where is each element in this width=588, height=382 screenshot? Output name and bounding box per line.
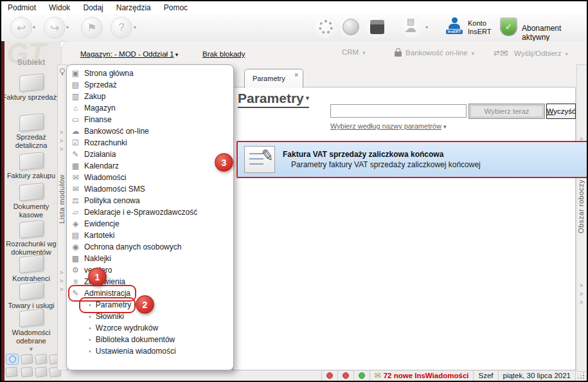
help-icon[interactable]: ? [111, 17, 132, 39]
result-title: Faktura VAT sprzedaży zaliczkowa końcowa [283, 149, 481, 159]
tree-item-polityka-cenowa[interactable]: ⚖Polityka cenowa [71, 195, 140, 206]
sidebar-item-faktury-sprzedazy[interactable]: Faktury sprzedaży [1, 75, 61, 102]
back-dropdown-icon[interactable] [33, 24, 35, 30]
sidebar-mini-icon[interactable] [35, 354, 47, 365]
wybierz-teraz-button[interactable]: Wybierz teraz [468, 104, 545, 119]
tree-item-ustawienia-wiadomosci[interactable]: Ustawienia wiadomości [89, 345, 176, 357]
settlements-icon [19, 220, 44, 239]
sidebar-item-kontrahenci[interactable]: Kontrahenci [1, 256, 61, 283]
annotation-step-1-badge: 1 [88, 268, 107, 286]
blokada-link[interactable]: Brak blokady [202, 50, 245, 58]
tab-parametry[interactable]: Parametry [244, 69, 303, 88]
status-dot-green[interactable] [353, 370, 370, 381]
magazyn-selector-link[interactable]: Magazyn: - MOD - Oddział 1 [80, 50, 178, 58]
tree-item-wzorce-wydrukow[interactable]: Wzorce wydruków [89, 322, 158, 334]
menu-dodaj[interactable]: Dodaj [76, 3, 109, 12]
tree-item-strona-glowna[interactable]: ▣Strona główna [71, 68, 134, 79]
tree-item-kartoteki[interactable]: ▤Kartoteki [71, 230, 114, 241]
obszar-roboczy-strip[interactable]: Obszar roboczy [576, 64, 588, 372]
annotation-step-2-badge: 2 [136, 295, 154, 314]
tree-item-rozrachunki[interactable]: ☑Rozrachunki [71, 137, 127, 149]
menu-narzedzia[interactable]: Narzędzia [110, 3, 157, 12]
chevron-right-icon [60, 278, 63, 284]
warehouse-icon: ⌂ [71, 104, 80, 113]
sidebar-more-chevron-icon[interactable] [1, 346, 61, 352]
help-dropdown-icon[interactable] [134, 24, 136, 30]
sidebar-item-wiadomosci-odebrane[interactable]: Wiadomości odebrane [1, 310, 61, 345]
cloud-sync-icon[interactable] [401, 16, 423, 38]
filter-by-name-link[interactable]: Wybierz według nazwy parametrów [330, 122, 446, 130]
inswiadomosci-link[interactable]: 72 nowe InsWiadomości [370, 370, 474, 381]
bullet-icon [89, 324, 91, 332]
tree-item-naklejki[interactable]: ▩Naklejki [71, 253, 111, 264]
wyslij-dropdown-icon [565, 50, 568, 57]
cloud-dropdown-icon[interactable] [425, 24, 428, 30]
obszar-roboczy-label: Obszar roboczy [577, 179, 587, 233]
sidebar-item-sprzedaz-detaliczna[interactable]: Sprzedaż detaliczna [1, 114, 61, 149]
result-subtitle: Parametry faktury VAT sprzedaży zaliczko… [283, 159, 481, 170]
records-icon: ◈ [71, 219, 80, 228]
sidebar-item-rozrachunki[interactable]: Rozrachunki wg dokumentów [1, 221, 61, 256]
tree-item-sprzedaz[interactable]: ▤Sprzedaż [71, 79, 117, 91]
tree-item-ochrona-danych[interactable]: ◉Ochrona danych osobowych [71, 241, 181, 253]
tree-item-deklaracje[interactable]: ▱Deklaracje i e-Sprawozdawczość [71, 206, 197, 218]
loading-dots-icon[interactable] [315, 16, 337, 38]
wyslij-odbierz-button[interactable]: Wyślij/Odbierz [495, 48, 568, 59]
tree-item-wiadomosci[interactable]: ✉Wiadomości [71, 172, 126, 183]
sms-envelope-icon: ✉ [71, 185, 80, 194]
forward-icon[interactable]: ↪ [44, 17, 66, 39]
tree-item-zakup[interactable]: ▥Zakup [71, 91, 105, 102]
sidebar-item-dokumenty-kasowe[interactable]: Dokumenty kasowe [1, 184, 61, 219]
abonament-status-label: Abonament aktywny [522, 24, 587, 42]
globe-icon[interactable] [340, 16, 362, 38]
flag-icon[interactable]: ⚑ [81, 17, 103, 39]
bullet-icon [89, 347, 91, 355]
status-dot-red-1[interactable] [321, 370, 337, 381]
cube-icon[interactable] [366, 16, 388, 38]
banknote-icon: ▭ [71, 115, 80, 124]
purchase-box-icon: ▥ [71, 92, 80, 101]
menu-pomoc[interactable]: Pomoc [157, 3, 194, 12]
actions-pencil-icon: ✎ [71, 150, 80, 159]
tree-item-wiadomosci-sms[interactable]: ✉Wiadomości SMS [71, 183, 145, 195]
gear-icon: ⚙ [71, 266, 80, 275]
status-dot-red-2[interactable] [337, 370, 353, 381]
lista-modulow-label: Lista modułów [58, 174, 67, 224]
menu-widok[interactable]: Widok [42, 3, 76, 12]
send-receive-envelope-icon [495, 48, 510, 59]
card-index-icon: ▤ [71, 231, 80, 240]
tree-item-dzialania[interactable]: ✎Działania [71, 149, 116, 160]
sidebar-mini-icon[interactable] [21, 367, 33, 377]
tree-item-kalendarz[interactable]: ▦Kalendarz [71, 160, 119, 172]
tree-item-ewidencje[interactable]: ◈Ewidencje [71, 218, 120, 230]
sidebar-mini-icon[interactable] [35, 367, 47, 377]
tree-item-bankowosc-online[interactable]: ☁Bankowość on-line [71, 125, 149, 137]
wyczysc-button[interactable]: Wyczyść [546, 104, 576, 119]
tree-item-finanse[interactable]: ▭Finanse [71, 114, 112, 125]
current-user-label: Szef [473, 370, 497, 381]
tab-close-icon[interactable] [294, 71, 298, 78]
menu-podmiot[interactable]: Podmiot [1, 3, 42, 12]
tree-item-biblioteka-dokumentow[interactable]: Biblioteka dokumentów [89, 334, 175, 345]
page-title-menu[interactable]: Parametry [238, 91, 309, 108]
sidebar-item-faktury-zakupu[interactable]: Faktury zakupu [1, 153, 61, 180]
tree-item-magazyn[interactable]: ⌂Magazyn [71, 102, 116, 114]
konto-insert-button[interactable]: Konto InsERT [468, 19, 491, 36]
parameter-search-input[interactable] [330, 104, 467, 118]
back-icon[interactable]: ↩ [10, 17, 32, 39]
sidebar-mini-selected-icon[interactable] [6, 354, 19, 365]
sidebar-mini-icon[interactable] [21, 354, 33, 365]
bankowosc-button[interactable]: Bankowość on-line [395, 48, 474, 57]
sidebar-mini-icon[interactable] [5, 367, 17, 377]
shield-check-icon[interactable] [500, 17, 517, 36]
declarations-doc-icon: ▱ [71, 208, 80, 217]
forward-dropdown-icon[interactable] [66, 24, 69, 30]
sidebar-item-towary[interactable]: Towary i usługi [1, 283, 61, 310]
calendar-icon: ▦ [71, 161, 80, 170]
pin-icon[interactable] [60, 68, 65, 73]
result-item-faktura-vat[interactable]: Faktura VAT sprzedaży zaliczkowa końcowa… [236, 141, 588, 178]
bullet-icon [89, 313, 91, 320]
chevron-right-icon [580, 291, 583, 297]
crm-button[interactable]: CRM [332, 48, 366, 56]
insert-account-icon[interactable]: InsERT [446, 17, 463, 34]
